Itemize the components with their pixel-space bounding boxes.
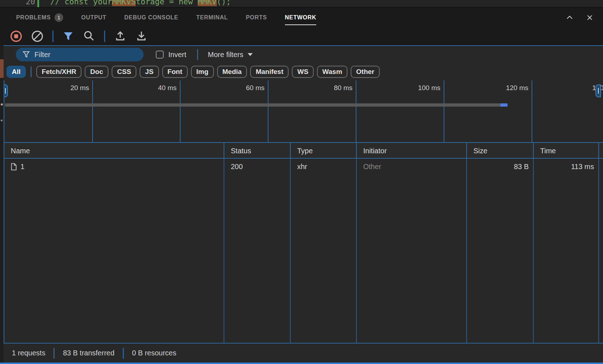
maximize-panel-icon[interactable] [566,14,574,22]
tab-ports[interactable]: PORTS [246,11,267,24]
column-header-type[interactable]: Type [291,143,357,159]
filter-placeholder: Filter [34,51,50,59]
chevron-down-icon [248,53,253,56]
tab-terminal-label: TERMINAL [196,14,228,21]
filter-input[interactable]: Filter [16,48,144,61]
left-edge-strip [0,45,4,363]
export-har-icon[interactable] [135,30,148,42]
type-chip-fetch-xhr[interactable]: Fetch/XHR [36,66,81,78]
summary-separator [53,348,55,359]
close-panel-icon[interactable] [586,14,594,22]
editor-sliver: 20 // const yourMMKVStorage = new MMKV()… [0,0,603,8]
record-icon[interactable] [10,30,22,42]
type-chip-ws[interactable]: WS [292,66,314,78]
resource-type-filters: All Fetch/XHR Doc CSS JS Font Img Media … [4,63,603,80]
toolbar-separator [52,31,53,42]
code-segment: // const your [50,0,112,6]
waterfall-overview-bar [5,103,500,107]
cell-initiator: Other [357,163,467,171]
invert-label: Invert [168,51,186,59]
column-divider [466,159,467,343]
type-chip-other[interactable]: Other [351,66,380,78]
clear-icon[interactable] [31,30,43,42]
table-row[interactable]: 1 200 xhr Other 83 B 113 ms [4,159,603,174]
timeline-tick-label: 120 ms [445,84,532,92]
problems-count-badge: 1 [55,13,63,22]
type-chip-media[interactable]: Media [217,66,247,78]
code-segment: (); [217,0,231,6]
resources-size: 0 B resources [132,349,176,357]
code-segment: torage = new [136,0,197,6]
tab-network-label: NETWORK [285,14,317,21]
column-header-filler [599,143,603,159]
cell-name: 1 [4,163,224,171]
more-filters-label: More filters [208,51,243,59]
type-chip-manifest[interactable]: Manifest [250,66,289,78]
gutter-dot [1,120,3,121]
invert-checkbox[interactable] [156,51,164,59]
type-chip-img[interactable]: Img [191,66,214,78]
timeline-tick-label: 20 ms [6,84,92,92]
timeline-gridline [444,80,444,142]
filter-separator [197,49,198,60]
requests-table-header: Name Status Type Initiator Size Time [4,143,603,159]
document-icon [11,163,17,171]
column-divider [598,159,599,343]
chip-separator [31,66,32,77]
filter-icon[interactable] [62,31,74,42]
column-header-name[interactable]: Name [4,143,224,159]
transferred-size: 83 B transferred [63,349,114,357]
tab-problems[interactable]: PROBLEMS 1 [16,10,63,25]
tab-problems-label: PROBLEMS [16,14,51,21]
panel-tab-bar: PROBLEMS 1 OUTPUT DEBUG CONSOLE TERMINAL… [0,8,603,27]
tab-debug-console-label: DEBUG CONSOLE [124,14,178,21]
more-filters-button[interactable]: More filters [208,51,253,59]
tab-output[interactable]: OUTPUT [81,11,106,24]
overview-ruler-marker [0,59,4,78]
timeline-gridline [92,80,93,142]
network-toolbar [0,27,603,45]
code-segment-highlight: MMKV [198,0,217,6]
cell-size: 83 B [467,163,534,171]
tab-ports-label: PORTS [246,14,267,21]
filter-row: Filter Invert More filters [4,46,603,63]
column-header-size[interactable]: Size [467,143,534,159]
timeline-overview[interactable]: 20 ms 40 ms 60 ms 80 ms 100 ms 120 ms 14… [4,80,603,143]
type-chip-font[interactable]: Font [162,66,188,78]
column-header-time[interactable]: Time [534,143,599,159]
column-header-initiator[interactable]: Initiator [357,143,467,159]
tab-network[interactable]: NETWORK [285,11,317,24]
search-icon[interactable] [83,30,95,42]
column-divider [224,159,224,343]
type-chip-all[interactable]: All [6,66,26,78]
timeline-gridline [268,80,268,142]
timeline-gridline [180,80,181,142]
tab-debug-console[interactable]: DEBUG CONSOLE [124,11,178,24]
network-panel: Filter Invert More filters All Fetch/XHR… [4,45,603,363]
git-modified-indicator [37,0,39,8]
editor-line-number: 20 [21,0,35,8]
column-divider [533,159,534,343]
column-divider [356,159,357,343]
gutter-dot [1,103,3,106]
editor-code-line: // const yourMMKVStorage = new MMKV(); [50,0,231,8]
code-segment-highlight: MMKVS [112,0,136,6]
type-chip-js[interactable]: JS [140,66,159,78]
timeline-gridline [532,80,532,142]
cell-type: xhr [291,163,357,171]
timeline-left-handle[interactable] [4,84,8,97]
column-header-status[interactable]: Status [224,143,291,159]
timeline-right-handle[interactable] [595,84,601,97]
timeline-tick-label: 100 ms [357,84,444,92]
import-har-icon[interactable] [114,30,126,42]
funnel-icon [23,51,30,58]
type-chip-wasm[interactable]: Wasm [317,66,347,78]
type-chip-css[interactable]: CSS [112,66,136,78]
tab-terminal[interactable]: TERMINAL [196,11,228,24]
type-chip-doc[interactable]: Doc [85,66,108,78]
summary-separator [123,348,124,359]
cell-time: 113 ms [534,163,599,171]
cell-status: 200 [224,163,291,171]
handle-grip [5,88,6,94]
timeline-tick-label: 60 ms [182,84,268,92]
